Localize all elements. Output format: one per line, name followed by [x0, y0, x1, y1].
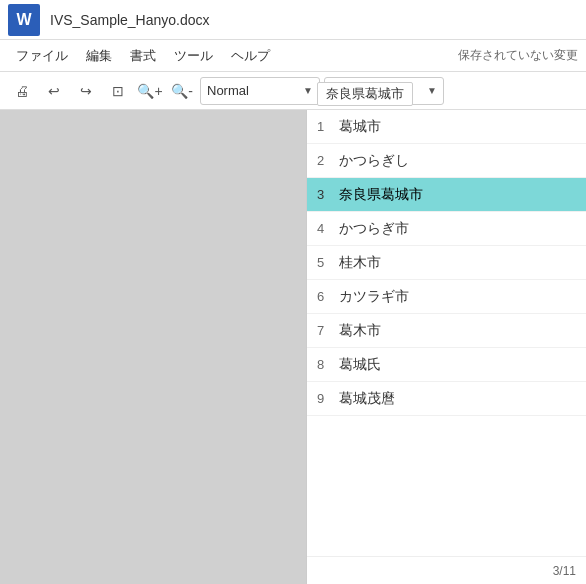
item-text: 葛城茂麿: [339, 390, 395, 408]
menu-format[interactable]: 書式: [122, 43, 164, 69]
item-text: かつらぎ市: [339, 220, 409, 238]
item-number: 9: [317, 391, 331, 406]
menu-edit[interactable]: 編集: [78, 43, 120, 69]
autocomplete-item[interactable]: 9葛城茂麿: [307, 382, 586, 416]
tooltip-label: 奈良県葛城市: [317, 82, 413, 106]
item-text: 葛城氏: [339, 356, 381, 374]
autocomplete-item[interactable]: 1葛城市: [307, 110, 586, 144]
menu-tools[interactable]: ツール: [166, 43, 221, 69]
item-number: 1: [317, 119, 331, 134]
autocomplete-item[interactable]: 6カツラギ市: [307, 280, 586, 314]
menu-bar: ファイル 編集 書式 ツール ヘルプ 保存されていない変更: [0, 40, 586, 72]
document-canvas[interactable]: [0, 110, 306, 584]
print-button[interactable]: 🖨: [8, 77, 36, 105]
item-text: 葛城市: [339, 118, 381, 136]
autocomplete-item[interactable]: 8葛城氏: [307, 348, 586, 382]
menu-file[interactable]: ファイル: [8, 43, 76, 69]
item-text: かつらぎし: [339, 152, 409, 170]
item-number: 2: [317, 153, 331, 168]
toolbar: 🖨 ↩ ↪ ⊡ 🔍+ 🔍- Normal ▼ IPAmj明朝 ▼: [0, 72, 586, 110]
autocomplete-list: 1葛城市2かつらぎし3奈良県葛城市4かつらぎ市5桂木市6カツラギ市7葛木市8葛城…: [307, 110, 586, 556]
item-text: 奈良県葛城市: [339, 186, 423, 204]
style-dropdown-arrow: ▼: [303, 85, 313, 96]
title-bar: W IVS_Sample_Hanyo.docx: [0, 0, 586, 40]
style-dropdown-label: Normal: [207, 83, 249, 98]
autocomplete-item[interactable]: 4かつらぎ市: [307, 212, 586, 246]
zoom-in-button[interactable]: 🔍+: [136, 77, 164, 105]
item-text: 桂木市: [339, 254, 381, 272]
autocomplete-item[interactable]: 5桂木市: [307, 246, 586, 280]
autocomplete-item[interactable]: 7葛木市: [307, 314, 586, 348]
item-number: 6: [317, 289, 331, 304]
menu-help[interactable]: ヘルプ: [223, 43, 278, 69]
item-number: 8: [317, 357, 331, 372]
autocomplete-panel: 奈良県葛城市 1葛城市2かつらぎし3奈良県葛城市4かつらぎ市5桂木市6カツラギ市…: [306, 110, 586, 584]
main-area: 奈良県葛城市 1葛城市2かつらぎし3奈良県葛城市4かつらぎ市5桂木市6カツラギ市…: [0, 110, 586, 584]
item-text: 葛木市: [339, 322, 381, 340]
item-number: 7: [317, 323, 331, 338]
document-title: IVS_Sample_Hanyo.docx: [50, 12, 210, 28]
autocomplete-item[interactable]: 3奈良県葛城市: [307, 178, 586, 212]
font-dropdown-arrow: ▼: [427, 85, 437, 96]
save-status: 保存されていない変更: [458, 47, 578, 64]
item-number: 3: [317, 187, 331, 202]
page-indicator: 3/11: [553, 564, 576, 578]
undo-button[interactable]: ↩: [40, 77, 68, 105]
style-dropdown[interactable]: Normal ▼: [200, 77, 320, 105]
autocomplete-item[interactable]: 2かつらぎし: [307, 144, 586, 178]
zoom-out-button[interactable]: 🔍-: [168, 77, 196, 105]
app-icon: W: [8, 4, 40, 36]
item-number: 5: [317, 255, 331, 270]
autocomplete-footer: 3/11: [307, 556, 586, 584]
redo-button[interactable]: ↪: [72, 77, 100, 105]
item-number: 4: [317, 221, 331, 236]
item-text: カツラギ市: [339, 288, 409, 306]
fit-button[interactable]: ⊡: [104, 77, 132, 105]
